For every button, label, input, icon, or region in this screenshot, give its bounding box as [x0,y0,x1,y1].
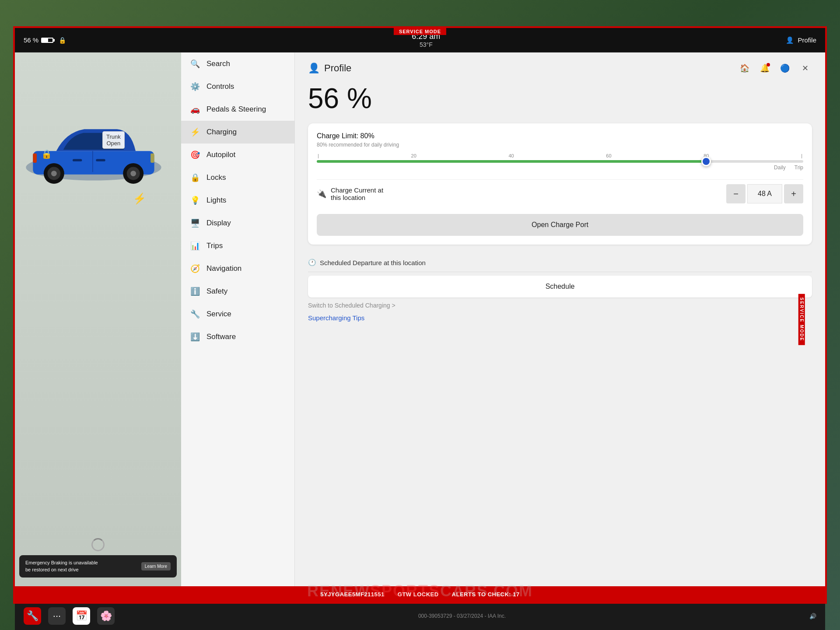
supercharging-tips-link[interactable]: Supercharging Tips [308,314,812,322]
trunk-title: Trunk [106,133,121,140]
menu-item-pedals[interactable]: 🚗 Pedals & Steering [181,98,294,121]
charge-current-text: Charge Current at this location [331,186,383,201]
slider-thumb[interactable] [701,157,711,166]
controls-icon: ⚙️ [190,81,200,92]
slider-label-0: | [318,153,319,158]
home-action-icon[interactable]: 🏠 [738,61,752,75]
main-content: Trunk Open 🔒 ⚡ Emergency Braking is unav… [15,52,825,586]
svg-rect-10 [73,159,82,161]
display-icon: 🖥️ [190,218,200,228]
daily-label: Daily [774,164,786,171]
taskbar-flower-button[interactable]: 🌸 [97,607,115,625]
charging-bolt-icon: ⚡ [133,192,146,205]
autopilot-icon: 🎯 [190,150,200,160]
menu-item-search[interactable]: 🔍 Search [181,52,294,75]
open-charge-port-button[interactable]: Open Charge Port [317,214,803,236]
notification-dot [766,63,770,66]
battery-bar-icon [41,38,53,43]
scheduled-section: 🕐 Scheduled Departure at this location S… [308,253,812,322]
trips-icon: 📊 [190,241,200,251]
menu-item-trips[interactable]: 📊 Trips [181,234,294,257]
slider-label-100: | [801,153,802,158]
navigation-icon: 🧭 [190,263,200,274]
menu-display-label: Display [206,219,231,228]
status-left: 56 % 🔒 [24,36,66,44]
close-action-icon[interactable]: ✕ [798,61,812,75]
charge-slider-container: | 20 40 60 80 | Daily Trip [317,153,803,171]
taskbar: 🔧 ··· 📅 🌸 000-39053729 - 03/27/2024 - IA… [15,602,825,630]
charge-minus-button[interactable]: − [726,184,746,203]
trunk-open-label: Trunk Open [102,131,125,149]
menu-locks-label: Locks [206,173,226,182]
status-right[interactable]: 👤 Profile [786,36,816,44]
charge-current-value: 48 A [747,184,782,203]
menu-item-safety[interactable]: ℹ️ Safety [181,280,294,303]
locks-icon: 🔒 [190,172,200,183]
taskbar-wrench-button[interactable]: 🔧 [24,607,41,625]
taskbar-serial: 000-39053729 - 03/27/2024 - IAA Inc. [418,613,506,619]
menu-safety-label: Safety [206,287,228,296]
battery-pct-large: 56 % [308,82,812,115]
slider-fill [317,160,706,163]
profile-title-row: 👤 Profile [308,63,351,74]
taskbar-right: 🔊 [809,613,816,620]
menu-controls-label: Controls [206,82,234,91]
menu-item-lights[interactable]: 💡 Lights [181,189,294,212]
menu-charging-label: Charging [206,128,237,136]
lock-indicator: 🔒 [41,149,52,159]
notification-action-icon[interactable]: 🔔 [758,61,772,75]
scheduled-departure-row: 🕐 Scheduled Departure at this location [308,253,812,272]
menu-item-autopilot[interactable]: 🎯 Autopilot [181,144,294,166]
menu-item-charging[interactable]: ⚡ Charging [181,121,294,144]
schedule-button[interactable]: Schedule [308,276,812,298]
gtw-label: GTW LOCKED [398,591,439,598]
warning-text: Emergency Braking is unavailable be rest… [25,560,138,573]
switch-charging-link[interactable]: Switch to Scheduled Charging > [308,302,812,309]
warning-banner: Emergency Braking is unavailable be rest… [19,555,177,578]
battery-percentage: 56 % [24,36,38,44]
warning-sub: be restored on next drive [25,567,138,573]
menu-item-display[interactable]: 🖥️ Display [181,212,294,234]
profile-title-text: Profile [324,63,351,74]
clock-icon: 🕐 [308,259,316,266]
bluetooth-action-icon[interactable]: 🔵 [778,61,792,75]
charge-control: − 48 A + [726,184,803,203]
loading-spinner [91,538,105,551]
search-icon: 🔍 [190,59,200,69]
software-icon: ⬇️ [190,332,200,342]
svg-point-5 [51,171,57,176]
charge-current-label: 🔌 Charge Current at this location [317,186,383,201]
taskbar-calendar-button[interactable]: 📅 [73,607,90,625]
menu-panel: 🔍 Search ⚙️ Controls 🚗 Pedals & Steering… [181,52,295,586]
bottom-status-bar: 5YJYGAEE5MF211551 GTW LOCKED ALERTS TO C… [15,586,825,602]
profile-label-status: Profile [798,36,816,44]
slider-label-40: 40 [508,153,514,158]
learn-more-button[interactable]: Learn More [141,562,171,570]
safety-icon: ℹ️ [190,286,200,297]
slider-track[interactable] [317,160,803,163]
menu-search-label: Search [206,60,230,68]
taskbar-dots-button[interactable]: ··· [48,607,66,625]
trunk-status: Open [106,140,121,147]
charge-limit-text: Charge Limit: 80% [317,132,374,140]
profile-user-icon: 👤 [308,63,320,74]
profile-icon-status: 👤 [786,36,794,44]
slider-labels: | 20 40 60 80 | [317,153,803,158]
menu-lights-label: Lights [206,196,226,205]
menu-autopilot-label: Autopilot [206,150,235,159]
menu-item-navigation[interactable]: 🧭 Navigation [181,257,294,280]
menu-item-locks[interactable]: 🔒 Locks [181,166,294,189]
vin-label: 5YJYGAEE5MF211551 [320,591,385,598]
menu-item-software[interactable]: ⬇️ Software [181,326,294,348]
alerts-label: ALERTS TO CHECK: 17 [452,591,520,598]
menu-software-label: Software [206,332,236,341]
battery-indicator: 56 % [24,36,53,44]
svg-rect-11 [33,154,37,163]
status-bar: SERVICE MODE 56 % 🔒 6:29 am 53°F 👤 Profi… [15,28,825,52]
profile-header: 👤 Profile 🏠 🔔 🔵 ✕ [308,61,812,75]
menu-item-controls[interactable]: ⚙️ Controls [181,75,294,98]
charge-limit-row: Charge Limit: 80% [317,132,803,140]
charge-plus-button[interactable]: + [784,184,803,203]
menu-service-label: Service [206,310,231,318]
menu-item-service[interactable]: 🔧 Service [181,303,294,326]
